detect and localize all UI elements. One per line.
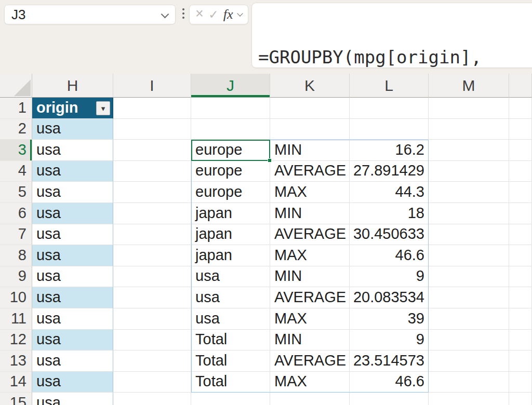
cell-N15[interactable] [509, 393, 532, 405]
cell-I2[interactable] [113, 119, 191, 140]
cell-J12[interactable]: Total [191, 330, 270, 351]
cell-N6[interactable] [509, 203, 532, 224]
cell-K12[interactable]: MIN [270, 330, 350, 351]
name-box[interactable]: J3 [4, 5, 176, 24]
cell-I15[interactable] [113, 393, 191, 405]
cell-K5[interactable]: MAX [270, 182, 350, 203]
cell-N9[interactable] [509, 266, 532, 288]
column-header-I[interactable]: I [113, 74, 191, 98]
cell-L6[interactable]: 18 [350, 203, 429, 224]
cell-J3[interactable]: europe [191, 140, 270, 161]
select-all-corner[interactable] [0, 74, 32, 98]
cell-J15[interactable] [191, 393, 270, 405]
column-header-K[interactable]: K [270, 74, 350, 98]
cell-N14[interactable] [509, 372, 532, 393]
row-header-7[interactable]: 7 [0, 224, 32, 246]
filter-button[interactable]: ▾ [96, 101, 110, 115]
cell-K9[interactable]: MIN [270, 266, 350, 288]
cell-L9[interactable]: 9 [350, 266, 429, 288]
cell-I9[interactable] [113, 266, 191, 288]
cell-I11[interactable] [113, 308, 191, 330]
row-header-11[interactable]: 11 [0, 308, 32, 330]
cell-K14[interactable]: MAX [270, 372, 350, 393]
cell-L8[interactable]: 46.6 [350, 245, 429, 266]
cell-J4[interactable]: europe [191, 161, 270, 182]
row-header-15[interactable]: 15 [0, 393, 32, 405]
insert-function-icon[interactable]: fx [223, 8, 233, 21]
fill-handle[interactable] [268, 158, 272, 163]
cell-J2[interactable] [191, 119, 270, 140]
cell-K13[interactable]: AVERAGE [270, 350, 350, 372]
cell-J14[interactable]: Total [191, 372, 270, 393]
row-header-12[interactable]: 12 [0, 330, 32, 351]
cell-L2[interactable] [350, 119, 429, 140]
row-header-14[interactable]: 14 [0, 372, 32, 393]
cell-K10[interactable]: AVERAGE [270, 287, 350, 308]
row-header-5[interactable]: 5 [0, 182, 32, 203]
cell-N5[interactable] [509, 182, 532, 203]
cell-M1[interactable] [429, 98, 509, 119]
cell-M4[interactable] [429, 161, 509, 182]
cell-J10[interactable]: usa [191, 287, 270, 308]
more-options-icon[interactable] [182, 8, 184, 19]
cell-I1[interactable] [113, 98, 191, 119]
cell-H14[interactable]: usa [32, 372, 113, 393]
chevron-down-icon[interactable] [161, 10, 169, 19]
cell-L10[interactable]: 20.083534 [350, 287, 429, 308]
cell-N8[interactable] [509, 245, 532, 266]
formula-bar[interactable]: =GROUPBY(mpg[origin], mpg[mpg], VSTACK(M… [251, 3, 532, 68]
fx-chevron-down-icon[interactable] [237, 10, 243, 16]
cell-I10[interactable] [113, 287, 191, 308]
cell-I12[interactable] [113, 330, 191, 351]
cell-J8[interactable]: japan [191, 245, 270, 266]
cell-I7[interactable] [113, 224, 191, 246]
cell-I6[interactable] [113, 203, 191, 224]
cell-N12[interactable] [509, 330, 532, 351]
cell-L5[interactable]: 44.3 [350, 182, 429, 203]
cell-H13[interactable]: usa [32, 350, 113, 372]
cell-H6[interactable]: usa [32, 203, 113, 224]
cell-M12[interactable] [429, 330, 509, 351]
row-header-10[interactable]: 10 [0, 287, 32, 308]
cell-M15[interactable] [429, 393, 509, 405]
column-header-partial[interactable] [509, 74, 532, 98]
cell-J6[interactable]: japan [191, 203, 270, 224]
cell-M14[interactable] [429, 372, 509, 393]
row-header-8[interactable]: 8 [0, 245, 32, 266]
column-header-H[interactable]: H [32, 74, 113, 98]
cell-N2[interactable] [509, 119, 532, 140]
cell-M6[interactable] [429, 203, 509, 224]
cell-M3[interactable] [429, 140, 509, 161]
cell-K1[interactable] [270, 98, 350, 119]
row-header-4[interactable]: 4 [0, 161, 32, 182]
cell-K7[interactable]: AVERAGE [270, 224, 350, 246]
cell-L1[interactable] [350, 98, 429, 119]
cell-K4[interactable]: AVERAGE [270, 161, 350, 182]
cell-N13[interactable] [509, 350, 532, 372]
cell-K2[interactable] [270, 119, 350, 140]
row-header-6[interactable]: 6 [0, 203, 32, 224]
column-header-L[interactable]: L [350, 74, 429, 98]
cell-H5[interactable]: usa [32, 182, 113, 203]
cell-L3[interactable]: 16.2 [350, 140, 429, 161]
cell-I8[interactable] [113, 245, 191, 266]
cell-K6[interactable]: MIN [270, 203, 350, 224]
cell-H9[interactable]: usa [32, 266, 113, 288]
cell-H7[interactable]: usa [32, 224, 113, 246]
cell-I13[interactable] [113, 350, 191, 372]
cell-H10[interactable]: usa [32, 287, 113, 308]
cell-L11[interactable]: 39 [350, 308, 429, 330]
cell-M13[interactable] [429, 350, 509, 372]
cell-K15[interactable] [270, 393, 350, 405]
cell-N1[interactable] [509, 98, 532, 119]
cell-J13[interactable]: Total [191, 350, 270, 372]
cell-L12[interactable]: 9 [350, 330, 429, 351]
cell-M10[interactable] [429, 287, 509, 308]
row-header-3[interactable]: 3 [0, 140, 32, 161]
cell-I5[interactable] [113, 182, 191, 203]
cell-J7[interactable]: japan [191, 224, 270, 246]
cell-I3[interactable] [113, 140, 191, 161]
cell-H1[interactable]: origin▾ [32, 98, 113, 119]
cell-H4[interactable]: usa [32, 161, 113, 182]
cell-K8[interactable]: MAX [270, 245, 350, 266]
